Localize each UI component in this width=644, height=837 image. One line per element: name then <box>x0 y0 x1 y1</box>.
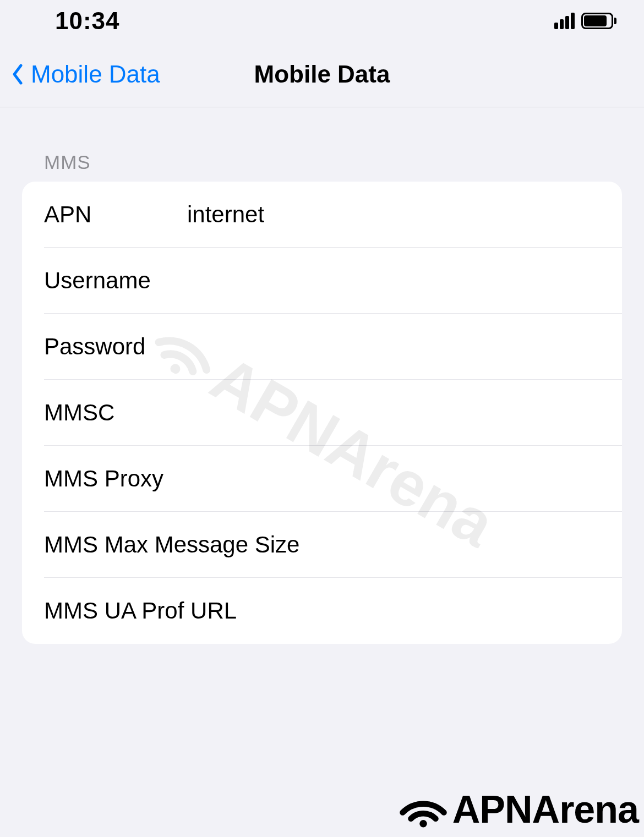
navigation-bar: Mobile Data Mobile Data <box>0 41 644 107</box>
back-button[interactable]: Mobile Data <box>0 61 160 88</box>
status-bar: 10:34 <box>0 0 644 41</box>
label-username: Username <box>44 267 187 294</box>
chevron-left-icon <box>11 63 24 85</box>
input-password[interactable] <box>187 333 600 360</box>
content-area: MMS APN Username Password MMSC MMS Proxy… <box>0 107 644 644</box>
input-mms-ua-prof[interactable] <box>237 598 600 624</box>
status-time: 10:34 <box>55 7 120 35</box>
section-header-mms: MMS <box>0 151 644 182</box>
svg-point-1 <box>419 820 427 828</box>
row-mms-ua-prof[interactable]: MMS UA Prof URL <box>22 578 622 644</box>
row-mms-proxy[interactable]: MMS Proxy <box>22 446 622 512</box>
brand-text: APNArena <box>452 787 638 831</box>
row-mms-max-size[interactable]: MMS Max Message Size <box>22 512 622 578</box>
row-password[interactable]: Password <box>22 314 622 380</box>
back-label: Mobile Data <box>31 61 160 88</box>
row-mmsc[interactable]: MMSC <box>22 380 622 446</box>
battery-icon <box>581 13 616 29</box>
row-apn[interactable]: APN <box>22 182 622 248</box>
page-title: Mobile Data <box>254 61 390 88</box>
input-mmsc[interactable] <box>187 400 600 426</box>
label-mms-proxy: MMS Proxy <box>44 466 163 492</box>
brand-footer: APNArena <box>399 787 638 831</box>
label-mms-max-size: MMS Max Message Size <box>44 532 299 558</box>
settings-group-mms: APN Username Password MMSC MMS Proxy MMS… <box>22 182 622 644</box>
input-apn[interactable] <box>187 201 600 228</box>
label-password: Password <box>44 333 187 360</box>
label-mms-ua-prof: MMS UA Prof URL <box>44 598 237 624</box>
signal-icon <box>554 13 575 29</box>
input-mms-max-size[interactable] <box>299 532 600 558</box>
input-mms-proxy[interactable] <box>163 466 600 492</box>
label-apn: APN <box>44 201 187 228</box>
label-mmsc: MMSC <box>44 400 187 426</box>
input-username[interactable] <box>187 267 600 294</box>
row-username[interactable]: Username <box>22 248 622 314</box>
wifi-icon <box>399 789 448 830</box>
status-indicators <box>554 13 616 29</box>
